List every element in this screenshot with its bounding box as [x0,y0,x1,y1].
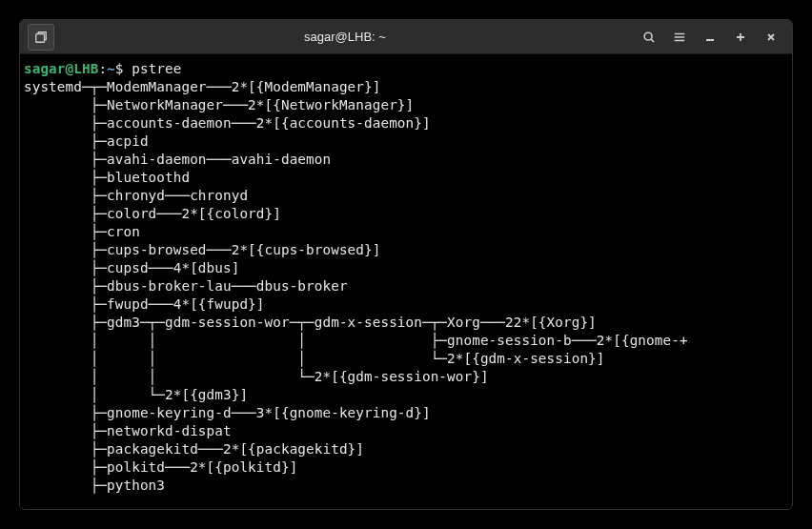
menu-button[interactable] [666,24,693,51]
new-tab-button[interactable] [28,24,54,51]
close-icon [765,31,777,43]
window-title: sagar@LHB: ~ [56,30,634,44]
svg-rect-0 [36,33,45,42]
search-icon [642,31,656,44]
new-tab-icon [34,31,48,44]
titlebar-right [634,24,786,51]
prompt-dollar: $ [115,61,132,76]
pstree-output: systemd─┬─ModemManager───2*[{ModemManage… [24,79,688,493]
svg-point-1 [644,32,652,40]
maximize-button[interactable] [727,24,754,51]
prompt-user-host: sagar@LHB [24,61,98,76]
terminal-content[interactable]: sagar@LHB:~$ pstree systemd─┬─ModemManag… [20,54,792,509]
search-button[interactable] [636,24,662,51]
terminal-window: sagar@LHB: ~ [19,19,793,510]
maximize-icon [735,31,746,43]
close-button[interactable] [758,24,784,51]
hamburger-icon [673,31,686,44]
titlebar-left [26,24,56,51]
prompt-path: ~ [107,61,115,76]
svg-line-2 [651,39,654,42]
prompt-command: pstree [132,61,181,76]
minimize-button[interactable] [697,24,723,51]
titlebar: sagar@LHB: ~ [20,20,792,54]
minimize-icon [704,31,716,43]
prompt-colon: : [98,61,107,76]
